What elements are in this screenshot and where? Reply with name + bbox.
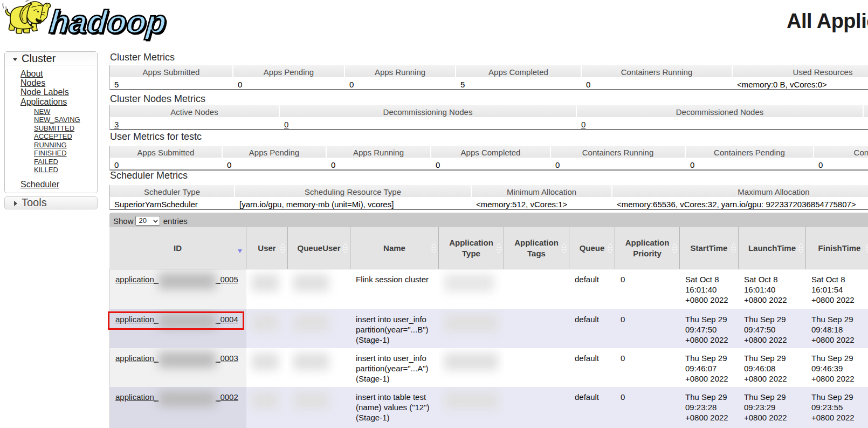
svg-text:hadoop: hadoop [48, 4, 168, 40]
